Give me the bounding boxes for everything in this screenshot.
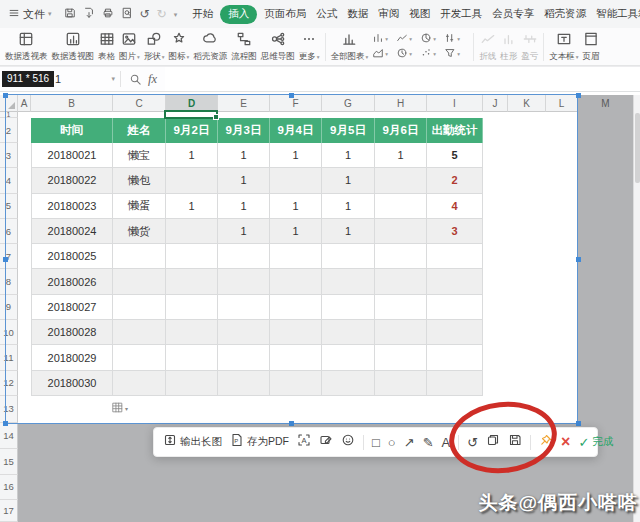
cell[interactable] xyxy=(375,269,427,294)
ellipse-tool-button[interactable]: ○ xyxy=(388,436,396,449)
row-header-3[interactable]: 3 xyxy=(0,143,18,168)
cell[interactable] xyxy=(113,345,166,370)
cell[interactable]: 懒蛋 xyxy=(113,194,166,219)
row-header-2[interactable]: 2 xyxy=(0,118,18,143)
cell[interactable] xyxy=(322,320,375,345)
header-cell[interactable]: 9月2日 xyxy=(166,118,218,143)
customize-toolbar-button[interactable]: ▾ xyxy=(174,11,178,18)
cell[interactable]: 1 xyxy=(270,143,322,168)
tab-开发工具[interactable]: 开发工具 xyxy=(435,5,487,23)
tab-稻壳资源[interactable]: 稻壳资源 xyxy=(539,5,591,23)
chevron-down-icon[interactable]: ▾ xyxy=(111,75,115,83)
cell[interactable]: 20180024 xyxy=(31,219,113,244)
cell[interactable] xyxy=(270,269,322,294)
column-header-f[interactable]: F xyxy=(270,95,322,112)
cell[interactable] xyxy=(218,244,270,269)
cancel-button[interactable]: × xyxy=(561,434,570,450)
formula-input[interactable] xyxy=(165,67,640,91)
copy-screenshot-button[interactable] xyxy=(486,433,500,451)
column-header-i[interactable]: I xyxy=(427,95,483,112)
cell[interactable] xyxy=(375,295,427,320)
print-preview-button[interactable] xyxy=(121,5,133,23)
cell[interactable] xyxy=(427,295,483,320)
cell[interactable] xyxy=(113,371,166,396)
selection-handle[interactable] xyxy=(289,421,294,426)
cell[interactable]: 1 xyxy=(218,168,270,193)
tab-审阅[interactable]: 审阅 xyxy=(373,5,404,23)
ocr-button[interactable]: A xyxy=(297,433,311,451)
cell[interactable] xyxy=(375,320,427,345)
save-as-pdf-button[interactable]: P存为PDF xyxy=(230,433,289,451)
cell[interactable]: 20180021 xyxy=(31,143,113,168)
cell[interactable] xyxy=(322,269,375,294)
export-long-image-button[interactable]: 输出长图 xyxy=(163,433,222,451)
cell[interactable] xyxy=(218,295,270,320)
cell[interactable] xyxy=(166,168,218,193)
search-icon[interactable] xyxy=(129,73,142,86)
ribbon-mindmap-button[interactable]: 思维导图 xyxy=(259,31,297,61)
cell[interactable] xyxy=(113,269,166,294)
cell[interactable] xyxy=(322,371,375,396)
cell[interactable] xyxy=(375,244,427,269)
cell[interactable]: 1 xyxy=(218,143,270,168)
cell[interactable] xyxy=(270,244,322,269)
cell[interactable] xyxy=(270,345,322,370)
cell[interactable]: 20180023 xyxy=(31,194,113,219)
cell[interactable]: 1 xyxy=(270,219,322,244)
cell[interactable] xyxy=(218,345,270,370)
scrollbar-thumb[interactable] xyxy=(635,113,640,183)
funnel-chart-button[interactable]: ▾ xyxy=(444,45,468,63)
selection-handle[interactable] xyxy=(289,93,294,98)
cell[interactable]: 1 xyxy=(218,194,270,219)
ribbon-flowchart-button[interactable]: 流程图 xyxy=(229,31,259,61)
cell[interactable] xyxy=(270,295,322,320)
ribbon-pivot-table-button[interactable]: 数据透视表 xyxy=(3,31,50,61)
column-header-c[interactable]: C xyxy=(113,95,166,112)
print-button[interactable] xyxy=(102,5,114,23)
save-button[interactable] xyxy=(64,5,76,23)
ribbon-shapes-button[interactable]: 形状▾ xyxy=(142,31,167,61)
column-header-l[interactable]: L xyxy=(546,95,578,112)
cell[interactable] xyxy=(166,345,218,370)
tab-智能工具箱[interactable]: 智能工具箱 xyxy=(591,5,640,23)
cell[interactable]: 20180030 xyxy=(31,371,113,396)
cell[interactable] xyxy=(166,371,218,396)
tab-公式[interactable]: 公式 xyxy=(311,5,342,23)
row-header-12[interactable]: 12 xyxy=(0,371,18,396)
selection-handle[interactable] xyxy=(3,421,8,426)
cell[interactable] xyxy=(375,345,427,370)
cell[interactable]: 1 xyxy=(322,168,375,193)
rectangle-tool-button[interactable]: □ xyxy=(372,436,380,449)
row-header-4[interactable]: 4 xyxy=(0,168,18,193)
save-screenshot-button[interactable] xyxy=(508,433,522,451)
scatter-chart-button[interactable]: ▾ xyxy=(420,45,444,63)
cell[interactable]: 20180025 xyxy=(31,244,113,269)
file-menu-button[interactable]: 文件 ▾ xyxy=(8,7,52,22)
header-cell[interactable]: 出勤统计 xyxy=(427,118,483,143)
pin-button[interactable] xyxy=(539,433,553,451)
ribbon-docer-button[interactable]: 稻壳资源 xyxy=(191,31,229,61)
cell[interactable] xyxy=(427,371,483,396)
row-header-11[interactable]: 11 xyxy=(0,345,18,370)
cell[interactable]: 20180022 xyxy=(31,168,113,193)
cell[interactable] xyxy=(166,244,218,269)
mosaic-button[interactable] xyxy=(341,433,355,451)
cell[interactable] xyxy=(322,295,375,320)
cell[interactable] xyxy=(270,320,322,345)
ribbon-more-button[interactable]: 更多▾ xyxy=(297,31,322,61)
cell[interactable] xyxy=(427,345,483,370)
tab-视图[interactable]: 视图 xyxy=(404,5,435,23)
row-header-6[interactable]: 6 xyxy=(0,219,18,244)
column-header-a[interactable]: A xyxy=(18,95,31,112)
cell[interactable]: 1 xyxy=(322,219,375,244)
cell[interactable]: 20180027 xyxy=(31,295,113,320)
cell[interactable]: 1 xyxy=(322,143,375,168)
ribbon-icons-button[interactable]: 图标▾ xyxy=(167,31,192,61)
row-header-9[interactable]: 9 xyxy=(0,295,18,320)
tab-会员专享[interactable]: 会员专享 xyxy=(487,5,539,23)
cell[interactable]: 懒包 xyxy=(113,168,166,193)
tab-插入[interactable]: 插入 xyxy=(220,5,257,24)
ribbon-all-charts-button[interactable]: 全部图表▾ xyxy=(329,31,371,61)
cell[interactable] xyxy=(218,371,270,396)
column-header-j[interactable]: J xyxy=(483,95,508,112)
